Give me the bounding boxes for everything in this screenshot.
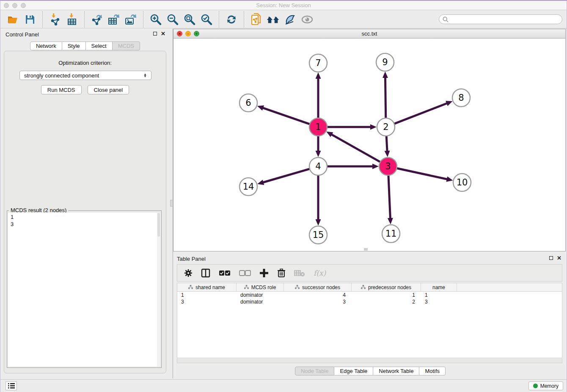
zoom-selected-button[interactable] (199, 13, 214, 26)
table-header-row[interactable]: shared nameMCDS rolesuccessor nodesprede… (177, 283, 562, 292)
control-panel-tabs: Network Style Select MCDS (0, 41, 170, 50)
open-session-button[interactable] (6, 13, 20, 26)
edge-2-3[interactable] (386, 135, 387, 152)
edge-arrowhead (257, 105, 264, 110)
export-image-icon (124, 13, 138, 26)
edge-1-6[interactable] (262, 108, 311, 124)
table-cell[interactable]: 3 (421, 298, 457, 305)
zoom-fit-button[interactable] (182, 13, 197, 26)
network-graph[interactable]: 1234678910111415 (173, 39, 565, 251)
column-header-name[interactable]: name (421, 283, 457, 291)
column-header-predecessor-nodes[interactable]: predecessor nodes (352, 283, 421, 291)
clone-network-icon (250, 13, 262, 26)
refresh-layout-button[interactable] (224, 13, 239, 26)
node-label-2: 2 (383, 122, 388, 132)
table-cell[interactable]: 1 (421, 292, 457, 298)
panel-splitter[interactable] (170, 29, 173, 378)
node-label-8: 8 (458, 93, 464, 103)
task-history-button[interactable] (6, 381, 17, 390)
table-cell[interactable]: 3 (177, 298, 237, 305)
delete-icon[interactable] (277, 268, 286, 278)
search-icon (443, 17, 449, 22)
table-cell[interactable]: 2 (352, 298, 421, 305)
edge-arrowhead (316, 72, 321, 79)
show-graphics-details-icon (301, 14, 314, 25)
save-session-button[interactable] (23, 13, 37, 26)
memory-button[interactable]: Memory (528, 381, 563, 390)
close-panel-button[interactable]: Close panel (88, 85, 129, 94)
canvas-grip[interactable] (364, 248, 368, 251)
close-panel-icon[interactable]: ✕ (161, 31, 165, 36)
attribute-type-icon (361, 285, 366, 290)
edge-arrowhead (446, 101, 452, 106)
tab-motifs[interactable]: Motifs (419, 367, 446, 375)
edge-4-14[interactable] (262, 168, 311, 182)
tab-network[interactable]: Network (30, 41, 62, 50)
node-table[interactable]: shared nameMCDS rolesuccessor nodesprede… (177, 283, 562, 358)
window-titlebar: Session: New Session (0, 1, 567, 10)
edge-2-9[interactable] (385, 77, 385, 119)
tab-mcds[interactable]: MCDS (113, 41, 140, 50)
edge-2-8[interactable] (394, 103, 448, 124)
bird-annotations-button[interactable] (283, 13, 297, 26)
function-builder-icon[interactable]: f(x) (314, 269, 326, 277)
deselect-all-checkbox-icon[interactable] (239, 270, 251, 276)
tab-node-table[interactable]: Node Table (295, 367, 335, 375)
table-cell[interactable]: 3 (284, 298, 352, 305)
import-network-button[interactable] (48, 13, 62, 26)
zoom-fit-icon (184, 14, 195, 25)
export-network-button[interactable] (90, 13, 104, 26)
export-image-button[interactable] (124, 13, 138, 26)
zoom-in-button[interactable] (149, 13, 163, 26)
control-panel-title: Control Panel (6, 31, 39, 38)
edge-3-1[interactable] (331, 134, 381, 163)
search-box[interactable] (439, 14, 562, 24)
splitter-grip[interactable] (170, 200, 173, 207)
table-cell[interactable]: 4 (284, 292, 352, 298)
clone-network-button[interactable] (249, 13, 264, 26)
mcds-tab-body: Optimization criterion: strongly connect… (4, 51, 166, 373)
tab-network-table[interactable]: Network Table (373, 367, 419, 375)
gear-icon[interactable] (184, 269, 193, 277)
tab-edge-table[interactable]: Edge Table (334, 367, 373, 375)
add-column-icon[interactable] (259, 268, 269, 278)
select-chevrons-icon: ▲▼ (143, 73, 147, 77)
table-body[interactable]: 1dominator4113dominator323 (177, 292, 562, 305)
column-header-shared-name[interactable]: shared name (177, 283, 237, 291)
float-panel-icon[interactable] (153, 32, 157, 36)
float-panel-icon[interactable] (549, 256, 553, 260)
split-columns-icon[interactable] (201, 268, 210, 278)
table-cell[interactable]: 1 (177, 292, 237, 298)
table-cell[interactable]: 1 (352, 292, 421, 298)
select-all-checkbox-icon[interactable] (219, 270, 231, 276)
optimization-criterion-select[interactable]: strongly connected component ▲▼ (19, 71, 151, 80)
edge-3-11[interactable] (388, 174, 391, 219)
table-cell[interactable]: dominator (237, 292, 284, 298)
table-cell[interactable]: dominator (237, 298, 284, 305)
export-table-button[interactable] (107, 13, 121, 26)
delete-table-icon[interactable] (294, 269, 305, 277)
search-input[interactable] (451, 17, 559, 22)
network-canvas[interactable]: 1234678910111415 (173, 39, 565, 251)
zoom-out-button[interactable] (165, 13, 180, 26)
result-scrollbar[interactable] (157, 213, 160, 367)
run-mcds-button[interactable]: Run MCDS (41, 85, 82, 94)
table-scrollbar-track[interactable] (177, 359, 562, 363)
attribute-type-icon (295, 285, 300, 290)
close-panel-icon[interactable]: ✕ (557, 256, 561, 260)
edge-3-10[interactable] (396, 168, 448, 179)
tab-select[interactable]: Select (86, 41, 113, 50)
table-row[interactable]: 3dominator323 (177, 298, 562, 305)
import-table-button[interactable] (65, 13, 79, 26)
edge-arrowhead (385, 151, 390, 157)
mcds-result-area[interactable]: 1 3 (8, 213, 160, 367)
node-label-10: 10 (457, 177, 468, 188)
table-row[interactable]: 1dominator411 (177, 292, 562, 298)
column-header-MCDS-role[interactable]: MCDS role (237, 283, 284, 291)
show-graphics-details-button[interactable] (300, 13, 314, 26)
edge-arrowhead (372, 164, 379, 169)
tab-style[interactable]: Style (62, 41, 86, 50)
network-window-titlebar[interactable]: ✕ − + scc.txt (173, 29, 565, 39)
cyndex-home-button[interactable] (266, 13, 281, 26)
column-header-successor-nodes[interactable]: successor nodes (284, 283, 352, 291)
